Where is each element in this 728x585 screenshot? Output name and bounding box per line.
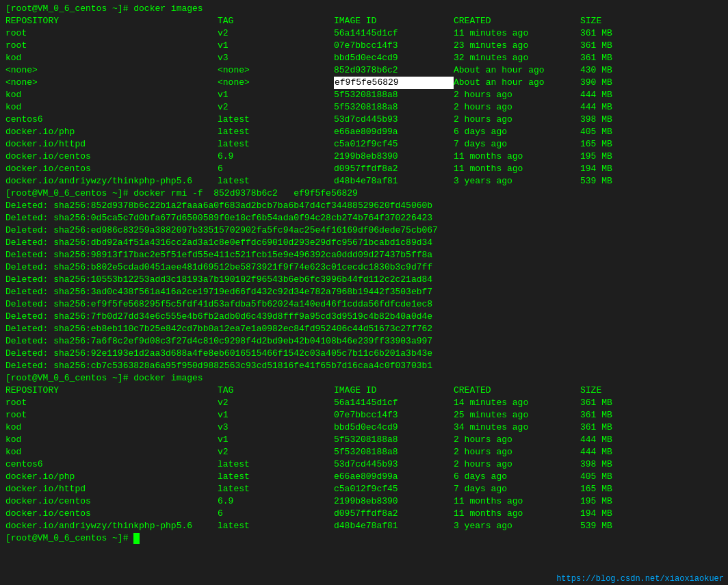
table-row: <none><none>852d9378b6c2About an hour ag… xyxy=(5,64,723,77)
table-row: rootv256a14145d1cf11 minutes ago361 MB xyxy=(5,27,723,40)
output-line: Deleted: sha256:b802e5cdad0451aee481d695… xyxy=(5,261,723,274)
table-row: rootv256a14145d1cf14 minutes ago361 MB xyxy=(5,397,723,409)
table-row: kodv15f53208188a82 hours ago444 MB xyxy=(5,89,723,101)
footer-link: https://blog.csdn.net/xiaoxiaokuer xyxy=(552,573,728,585)
table-row: docker.io/andriywzy/thinkphp-php5.6lates… xyxy=(5,520,723,532)
output-line: Deleted: sha256:3ad0c438f561a416a2ce1971… xyxy=(5,286,723,298)
table-row: docker.io/centos6d0957ffdf8a211 months a… xyxy=(5,508,723,520)
output-line: Deleted: sha256:0d5ca5c7d0bfa677d6500589… xyxy=(5,212,723,224)
table-row: kodv25f53208188a82 hours ago444 MB xyxy=(5,446,723,458)
output-line: Deleted: sha256:7fb0d27dd34e6c555e4b6fb2… xyxy=(5,311,723,323)
table-row: <none><none>ef9f5fe56829About an hour ag… xyxy=(5,77,723,89)
table-header: REPOSITORYTAGIMAGE IDCREATEDSIZE xyxy=(5,15,723,27)
table-row: centos6latest53d7cd445b932 hours ago398 … xyxy=(5,114,723,126)
output-line: Deleted: sha256:852d9378b6c22b1a2faaa6a0… xyxy=(5,200,723,212)
prompt-line: [root@VM_0_6_centos ~]# docker images xyxy=(5,3,723,15)
output-line: Deleted: sha256:98913f17bac2e5f51efd55e4… xyxy=(5,249,723,261)
table-row: docker.io/centos6.92199b8eb839011 months… xyxy=(5,495,723,508)
terminal-window: [root@VM_0_6_centos ~]# docker imagesREP… xyxy=(0,0,728,585)
table-row: docker.io/centos6.92199b8eb839011 months… xyxy=(5,151,723,163)
output-line: Deleted: sha256:10553b12253add3c18193a7b… xyxy=(5,274,723,286)
table-row: docker.io/centos6d0957ffdf8a211 months a… xyxy=(5,163,723,175)
output-line: Deleted: sha256:7a6f8c2ef9d08c3f27d4c810… xyxy=(5,335,723,348)
output-line: Deleted: sha256:ed986c83259a3882097b3351… xyxy=(5,224,723,237)
table-row: kodv15f53208188a82 hours ago444 MB xyxy=(5,434,723,446)
output-line: Deleted: sha256:cb7c5363828a6a95f950d988… xyxy=(5,360,723,372)
prompt-line: [root@VM_0_6_centos ~]# docker rmi -f 85… xyxy=(5,187,723,200)
table-row: kodv3bbd5d0ec4cd932 minutes ago361 MB xyxy=(5,52,723,64)
output-line: Deleted: sha256:ef9f5fe568295f5c5fdf41d5… xyxy=(5,298,723,311)
table-row: docker.io/phplateste66ae809d99a6 days ag… xyxy=(5,126,723,138)
output-line: Deleted: sha256:dbd92a4f51a4316cc2ad3a1c… xyxy=(5,237,723,249)
table-row: docker.io/andriywzy/thinkphp-php5.6lates… xyxy=(5,175,723,187)
table-row: kodv3bbd5d0ec4cd934 minutes ago361 MB xyxy=(5,421,723,434)
table-row: rootv107e7bbcc14f323 minutes ago361 MB xyxy=(5,40,723,52)
table-row: docker.io/httpdlatestc5a012f9cf457 days … xyxy=(5,483,723,495)
table-row: docker.io/httpdlatestc5a012f9cf457 days … xyxy=(5,138,723,151)
prompt-line: [root@VM_0_6_centos ~]# docker images xyxy=(5,372,723,385)
table-row: centos6latest53d7cd445b932 hours ago398 … xyxy=(5,458,723,471)
cursor-block xyxy=(133,533,140,544)
table-row: docker.io/phplateste66ae809d99a6 days ag… xyxy=(5,471,723,483)
table-row: kodv25f53208188a82 hours ago444 MB xyxy=(5,101,723,114)
output-line: Deleted: sha256:92e1193e1d2aa3d688a4fe8e… xyxy=(5,348,723,360)
table-header: REPOSITORYTAGIMAGE IDCREATEDSIZE xyxy=(5,385,723,397)
terminal-content: [root@VM_0_6_centos ~]# docker imagesREP… xyxy=(5,3,723,545)
output-line: Deleted: sha256:eb8eb110c7b25e842cd7bb0a… xyxy=(5,323,723,335)
prompt-cursor-line: [root@VM_0_6_centos ~]# xyxy=(5,532,723,545)
table-row: rootv107e7bbcc14f325 minutes ago361 MB xyxy=(5,409,723,421)
